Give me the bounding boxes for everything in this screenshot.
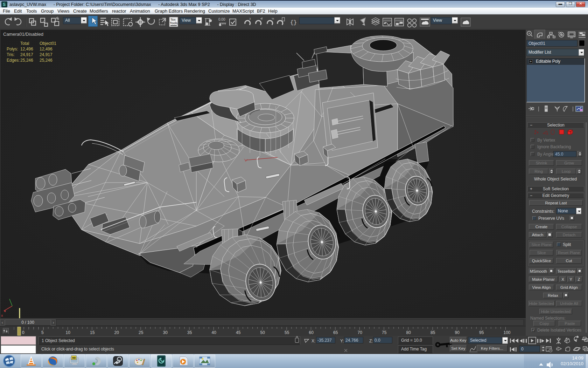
svg-text:85: 85 [430, 330, 435, 335]
svg-text:95: 95 [479, 330, 484, 335]
svg-text:x: x [1, 313, 3, 318]
svg-text:12,496: 12,496 [20, 47, 33, 52]
svg-text:Tris:: Tris: [7, 52, 15, 57]
svg-text:90: 90 [455, 330, 460, 335]
svg-text:60: 60 [309, 330, 314, 335]
svg-text:5: 5 [41, 330, 44, 335]
svg-text:80: 80 [406, 330, 411, 335]
svg-text:65: 65 [333, 330, 338, 335]
svg-text:%: % [272, 17, 274, 20]
svg-text:Object01: Object01 [40, 41, 56, 46]
svg-text:99: 99 [72, 356, 76, 360]
svg-text:40: 40 [212, 330, 217, 335]
svg-text:Edges:: Edges: [7, 58, 20, 63]
svg-text:Tools: Tools [170, 21, 177, 25]
svg-text:30: 30 [163, 330, 168, 335]
svg-text:70: 70 [358, 330, 363, 335]
svg-text:24,917: 24,917 [40, 52, 52, 57]
svg-text:20: 20 [114, 330, 119, 335]
svg-text:Z:: Z: [369, 339, 373, 343]
svg-text:Camera01/Disabled: Camera01/Disabled [3, 32, 43, 37]
svg-text:Total: Total [20, 41, 29, 46]
svg-text:Polys:: Polys: [7, 47, 18, 52]
svg-text:3: 3 [249, 17, 251, 20]
svg-text:25,246: 25,246 [40, 58, 52, 63]
svg-text:12,496: 12,496 [40, 47, 52, 52]
svg-text:100: 100 [504, 330, 511, 335]
svg-text:15: 15 [90, 330, 95, 335]
svg-text:55: 55 [285, 330, 289, 335]
svg-text:25: 25 [139, 330, 144, 335]
svg-text:Y:: Y: [340, 339, 344, 343]
svg-text:X:: X: [312, 339, 315, 343]
svg-text:75: 75 [382, 330, 387, 335]
svg-text:35: 35 [187, 330, 192, 335]
svg-text:0.00: 0.00 [218, 18, 225, 21]
svg-text:{}: {} [290, 20, 297, 26]
svg-text:50: 50 [260, 330, 265, 335]
svg-text:10: 10 [66, 330, 71, 335]
svg-text:0: 0 [22, 330, 24, 335]
svg-text:25,246: 25,246 [20, 58, 33, 63]
svg-text:45: 45 [236, 330, 241, 335]
svg-text:24,917: 24,917 [20, 52, 33, 57]
